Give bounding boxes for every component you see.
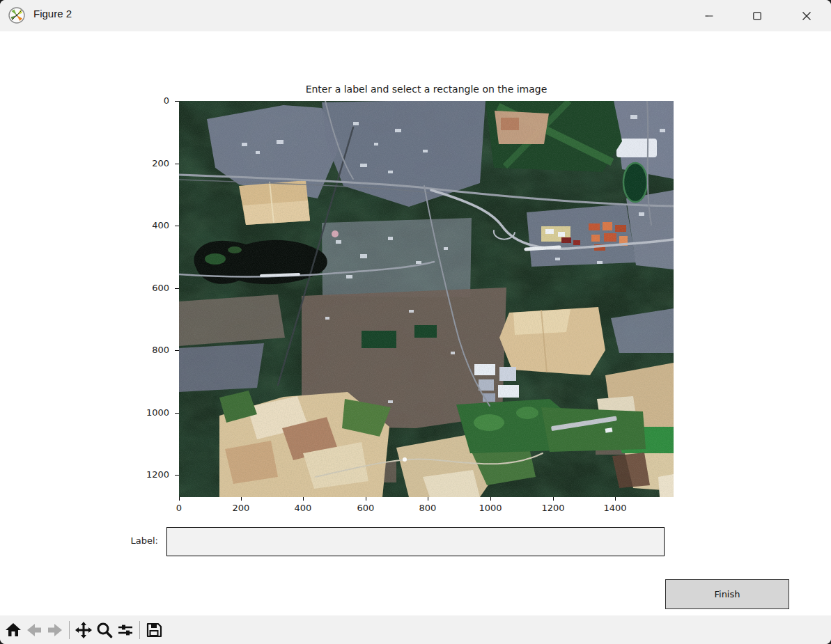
- x-tick-label: 200: [220, 503, 262, 513]
- toolbar-home-button[interactable]: [3, 619, 24, 641]
- finish-button-label: Finish: [714, 589, 740, 599]
- toolbar-subplots-button[interactable]: [115, 619, 136, 641]
- maximize-icon: [752, 11, 762, 21]
- maximize-button[interactable]: [741, 0, 773, 31]
- back-arrow-icon: [26, 622, 42, 638]
- x-tick-label: 0: [158, 503, 200, 513]
- x-tick-mark: [490, 497, 491, 501]
- minimize-icon: [704, 11, 714, 21]
- window-title: Figure 2: [33, 8, 72, 19]
- x-tick-mark: [179, 497, 180, 501]
- y-tick-label: 200: [110, 158, 169, 168]
- plot-title: Enter a label and select a rectangle on …: [179, 84, 674, 95]
- pan-icon: [75, 621, 93, 639]
- satellite-image: [179, 101, 674, 497]
- x-tick-label: 800: [407, 503, 449, 513]
- noise-overlay: [179, 101, 674, 497]
- toolbar-back-button[interactable]: [24, 619, 45, 641]
- x-tick-label: 400: [282, 503, 324, 513]
- y-tick-label: 1000: [110, 407, 169, 418]
- configure-subplots-icon: [117, 622, 134, 638]
- forward-arrow-icon: [47, 622, 63, 638]
- zoom-magnifier-icon: [96, 622, 113, 638]
- matplotlib-logo-icon: [8, 7, 25, 24]
- label-caption: Label:: [82, 535, 158, 546]
- finish-button[interactable]: Finish: [665, 579, 789, 609]
- x-tick-mark: [303, 497, 304, 501]
- close-icon: [802, 11, 811, 21]
- toolbar-separator: [139, 621, 140, 639]
- label-input[interactable]: [166, 527, 665, 556]
- toolbar-pan-button[interactable]: [73, 619, 94, 641]
- x-tick-label: 1000: [469, 503, 511, 513]
- y-tick-label: 1200: [110, 469, 169, 480]
- toolbar-separator: [69, 621, 70, 639]
- save-floppy-icon: [146, 622, 162, 638]
- minimize-button[interactable]: [693, 0, 725, 31]
- x-tick-mark: [615, 497, 616, 501]
- titlebar[interactable]: Figure 2: [0, 0, 831, 31]
- toolbar-forward-button[interactable]: [45, 619, 65, 641]
- y-tick-label: 800: [110, 345, 169, 355]
- x-tick-label: 600: [345, 503, 387, 513]
- y-tick-label: 600: [110, 283, 169, 293]
- satellite-image-canvas[interactable]: [179, 101, 674, 497]
- x-tick-mark: [241, 497, 242, 501]
- x-tick-label: 1400: [594, 503, 636, 513]
- x-tick-mark: [366, 497, 366, 501]
- toolbar-save-button[interactable]: [143, 619, 164, 641]
- figure-window: Figure 2 Enter a label and select a rect…: [0, 0, 831, 644]
- x-tick-mark: [553, 497, 554, 501]
- close-button[interactable]: [791, 0, 823, 31]
- y-tick-label: 400: [110, 220, 169, 230]
- toolbar-zoom-button[interactable]: [94, 619, 115, 641]
- x-tick-mark: [428, 497, 428, 501]
- y-tick-label: 0: [110, 95, 169, 106]
- navigation-toolbar: [0, 615, 831, 644]
- x-tick-label: 1200: [532, 503, 574, 513]
- home-icon: [5, 622, 22, 638]
